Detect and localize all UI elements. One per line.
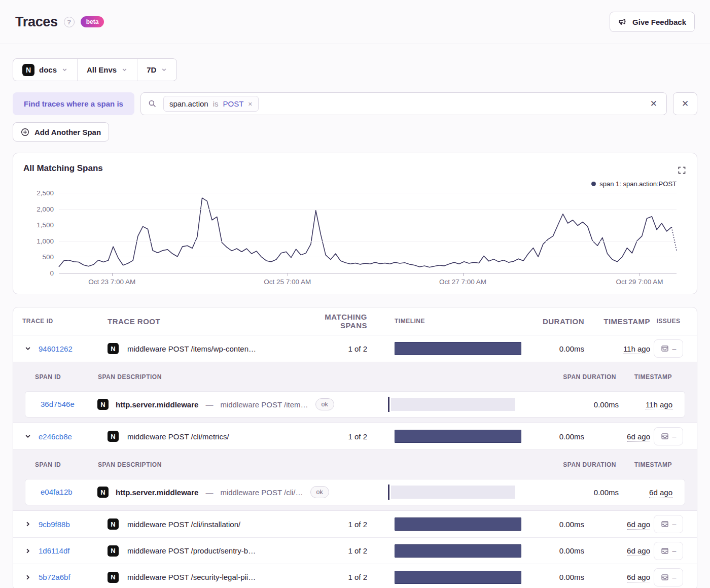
timestamp-value[interactable]: 6d ago (627, 573, 650, 582)
clear-search-icon[interactable]: ✕ (648, 96, 659, 111)
span-subtable-header: Span ID Span Description Span Duration T… (25, 362, 685, 391)
span-description-label: middleware POST /cli/… (220, 488, 303, 497)
issues-button[interactable]: – (654, 427, 683, 445)
gridline (59, 225, 677, 225)
table-row[interactable]: e246cb8e N middleware POST /cli/metrics/… (13, 423, 697, 449)
filter-token[interactable]: span.action is POST × (163, 96, 259, 112)
issues-button[interactable]: – (654, 568, 683, 586)
timestamp-value[interactable]: 6d ago (627, 546, 650, 556)
trace-root-label: middleware POST /cli/metrics/ (127, 432, 229, 441)
issues-none-value: – (672, 573, 677, 581)
environment-filter-label: All Envs (87, 65, 117, 74)
fullscreen-icon[interactable] (678, 166, 686, 174)
date-range-filter[interactable]: 7D (137, 59, 176, 81)
col-timestamp: Timestamp (584, 317, 650, 326)
table-row[interactable]: 9cb9f88b N middleware POST /cli/installa… (13, 511, 697, 537)
trace-id-link[interactable]: 94601262 (39, 344, 73, 353)
span-subpanel: Span ID Span Description Span Duration T… (13, 449, 697, 511)
table-row[interactable]: 5b72a6bf N middleware POST /security-leg… (13, 564, 697, 588)
chart-line-svg (59, 193, 677, 273)
span-timeline-track (391, 486, 515, 499)
table-row[interactable]: 1d6114df N middleware POST /product/sent… (13, 537, 697, 564)
add-another-span-label: Add Another Span (34, 128, 101, 136)
span-timeline[interactable] (388, 485, 515, 500)
chart-plot-area[interactable]: 05001,0001,5002,0002,500 (59, 193, 677, 273)
trace-root-label: middleware POST /product/sentry-b… (127, 546, 256, 555)
matching-spans-value: 1 of 2 (301, 344, 367, 353)
chevron-right-icon[interactable] (22, 518, 33, 530)
issues-button[interactable]: – (654, 339, 683, 358)
token-remove-icon[interactable]: × (248, 100, 252, 108)
all-matching-spans-panel: All Matching Spans span 1: span.action:P… (13, 153, 697, 294)
give-feedback-button[interactable]: Give Feedback (610, 12, 695, 32)
project-filter[interactable]: N docs (13, 59, 77, 81)
issues-button[interactable]: – (654, 542, 683, 560)
span-timeline-marker (388, 397, 389, 412)
col-span-duration: Span Duration (535, 373, 616, 381)
timeline-bar[interactable] (395, 571, 521, 584)
inbox-icon (661, 344, 669, 353)
timestamp-value[interactable]: 6d ago (627, 520, 650, 530)
span-id-link[interactable]: 36d7546e (41, 400, 75, 408)
nextjs-icon: N (108, 518, 119, 530)
find-traces-label: Find traces where a span is (13, 92, 134, 115)
timestamp-value[interactable]: 11h ago (623, 344, 650, 354)
span-row[interactable]: e04fa12b N http.server.middleware — midd… (25, 479, 685, 505)
chart-x-axis: Oct 23 7:00 AMOct 25 7:00 AMOct 27 7:00 … (59, 273, 677, 290)
trace-id-link[interactable]: e246cb8e (39, 432, 72, 441)
col-issues: Issues (650, 318, 687, 325)
timeline-bar[interactable] (395, 430, 521, 443)
span-timestamp-value[interactable]: 6d ago (649, 488, 672, 498)
legend-dot-icon (591, 182, 596, 186)
matching-spans-value: 1 of 2 (301, 432, 367, 441)
separator-dash: — (205, 400, 213, 409)
token-operator: is (213, 99, 219, 108)
chevron-down-icon[interactable] (22, 431, 33, 442)
timeline-bar[interactable] (395, 342, 521, 355)
nextjs-icon: N (108, 343, 119, 354)
span-search-input[interactable]: span.action is POST × ✕ (140, 92, 667, 115)
trace-id-link[interactable]: 1d6114df (39, 546, 69, 555)
matching-spans-value: 1 of 2 (301, 520, 367, 529)
separator-dash: — (205, 488, 213, 497)
give-feedback-label: Give Feedback (632, 18, 686, 26)
environment-filter[interactable]: All Envs (77, 59, 137, 81)
issues-none-value: – (672, 432, 677, 440)
timeline-bar[interactable] (395, 544, 521, 558)
col-span-id: Span ID (35, 461, 98, 468)
remove-query-row-button[interactable]: ✕ (673, 92, 697, 115)
help-icon[interactable]: ? (64, 17, 75, 27)
trace-id-link[interactable]: 9cb9f88b (39, 520, 70, 529)
date-range-filter-label: 7D (147, 65, 156, 74)
trace-id-link[interactable]: 5b72a6bf (39, 573, 70, 581)
chevron-right-icon[interactable] (22, 572, 33, 583)
span-timestamp-value[interactable]: 11h ago (646, 400, 672, 410)
col-matching-spans: Matching Spans (301, 313, 367, 330)
span-status-badge: ok (315, 398, 334, 410)
duration-value: 0.00ms (534, 546, 584, 555)
traces-table-header: Trace ID Trace Root Matching Spans Timel… (13, 307, 697, 335)
inbox-icon (661, 432, 669, 440)
col-span-id: Span ID (35, 373, 98, 381)
trace-root-label: middleware POST /security-legal-pii… (127, 573, 256, 581)
table-row[interactable]: 94601262 N middleware POST /items/wp-con… (13, 335, 697, 362)
add-another-span-button[interactable]: Add Another Span (13, 122, 109, 142)
page-header: Traces ? beta Give Feedback (0, 0, 710, 44)
chevron-down-icon (61, 66, 68, 73)
issues-none-value: – (672, 344, 677, 353)
issues-none-value: – (672, 520, 677, 528)
y-axis-tick-label: 2,000 (37, 205, 54, 213)
timeline-bar[interactable] (395, 517, 521, 531)
span-timeline[interactable] (388, 397, 515, 412)
issues-button[interactable]: – (654, 515, 683, 533)
span-row[interactable]: 36d7546e N http.server.middleware — midd… (25, 391, 685, 418)
megaphone-icon (618, 17, 627, 26)
x-axis-tick-label: Oct 29 7:00 AM (616, 278, 663, 286)
span-description-label: middleware POST /item… (220, 400, 308, 409)
span-op-label: http.server.middleware (116, 488, 198, 497)
timestamp-value[interactable]: 6d ago (627, 432, 650, 442)
chevron-down-icon[interactable] (22, 343, 33, 354)
span-id-link[interactable]: e04fa12b (41, 488, 73, 496)
chevron-right-icon[interactable] (22, 545, 33, 557)
span-duration-value: 0.00ms (515, 400, 619, 409)
